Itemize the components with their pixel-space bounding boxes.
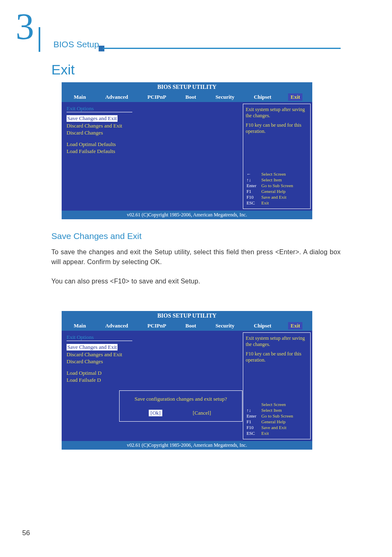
confirm-dialog: Save configuration changes and exit setu… (119, 390, 242, 422)
cancel-button[interactable]: [Cancel] (191, 410, 213, 416)
key-select-item: Select Item (261, 177, 307, 182)
help-text-1: Exit system setup after saving the chang… (246, 107, 308, 119)
key-help-table: Select Screen ↑↓Select Item EnterGo to S… (246, 401, 308, 436)
body-paragraph-1: To save the changes and exit the Setup u… (51, 247, 341, 267)
key-general-help: General Help (261, 189, 307, 194)
key-select-screen: Select Screen (261, 402, 307, 407)
key-enter: Enter (247, 183, 261, 188)
exit-options-heading: Exit Options (67, 105, 238, 112)
tab-security[interactable]: Security (213, 93, 237, 101)
menu-load-optimal-defaults-trunc[interactable]: Load Optimal D (67, 370, 238, 376)
tab-pcipnp[interactable]: PCIPnP (145, 93, 169, 101)
menu-save-changes-exit[interactable]: Save Changes and Exit (67, 344, 118, 350)
rule-box (99, 46, 104, 51)
ok-button[interactable]: [Ok] (149, 410, 162, 416)
bios-tab-bar: Main Advanced PCIPnP Boot Security Chips… (62, 92, 312, 102)
key-arrow-left: ← (247, 172, 261, 176)
key-save-exit: Save and Exit (261, 425, 307, 430)
menu-save-changes-exit[interactable]: Save Changes and Exit (67, 115, 118, 122)
key-esc: ESC (247, 200, 261, 205)
menu-load-failsafe-defaults[interactable]: Load Failsafe Defaults (67, 148, 238, 155)
bios-help-panel: Exit system setup after saving the chang… (243, 104, 311, 209)
menu-discard-changes[interactable]: Discard Changes (67, 358, 238, 365)
key-general-help: General Help (261, 419, 307, 424)
key-f10: F10 (247, 425, 261, 430)
key-f10: F10 (247, 195, 261, 200)
key-f1: F1 (247, 189, 261, 194)
help-text-1: Exit system setup after saving the chang… (246, 335, 308, 348)
tab-main[interactable]: Main (71, 322, 89, 330)
help-text-2: F10 key can be used for this operation. (246, 122, 308, 135)
key-exit: Exit (261, 431, 307, 436)
menu-discard-changes-exit[interactable]: Discard Changes and Exit (67, 123, 238, 129)
tab-exit[interactable]: Exit (288, 322, 302, 330)
bios-screenshot-exit-menu: BIOS SETUP UTILITY Main Advanced PCIPnP … (62, 82, 312, 216)
bios-title: BIOS SETUP UTILITY (62, 311, 312, 321)
menu-load-failsafe-defaults-trunc[interactable]: Load Failsafe D (67, 377, 238, 383)
key-arrow-updown: ↑↓ (247, 177, 261, 182)
tab-chipset[interactable]: Chipset (251, 322, 274, 330)
tab-advanced[interactable]: Advanced (103, 93, 131, 101)
bios-footer: v02.61 (C)Copyright 1985-2006, American … (62, 441, 312, 450)
bios-body: Exit Options Save Changes and Exit Disca… (62, 102, 312, 211)
tab-pcipnp[interactable]: PCIPnP (145, 322, 169, 330)
section-heading: Save Changes and Exit (51, 231, 141, 241)
header-label: BIOS Setup (53, 39, 99, 49)
page-title: Exit (51, 62, 75, 78)
menu-divider (67, 112, 132, 112)
key-select-screen: Select Screen (261, 172, 307, 176)
key-go-sub: Go to Sub Screen (261, 183, 307, 188)
dialog-message: Save configuration changes and exit setu… (125, 396, 237, 402)
chapter-number: 3 (16, 8, 34, 45)
key-select-item: Select Item (261, 408, 307, 413)
page-number: 56 (22, 529, 30, 537)
key-save-exit: Save and Exit (261, 195, 307, 200)
help-text-2: F10 key can be used for this operation. (246, 351, 308, 363)
tab-chipset[interactable]: Chipset (251, 93, 274, 101)
key-enter: Enter (247, 413, 261, 418)
tab-advanced[interactable]: Advanced (103, 322, 131, 330)
bios-menu-panel: Exit Options Save Changes and Exit Disca… (62, 331, 243, 441)
tab-main[interactable]: Main (71, 93, 89, 101)
bios-body: Exit Options Save Changes and Exit Disca… (62, 331, 312, 441)
bios-help-panel: Exit system setup after saving the chang… (243, 332, 311, 439)
bios-footer: v02.61 (C)Copyright 1985-2006, American … (62, 211, 312, 219)
key-help-table: ←Select Screen ↑↓Select Item EnterGo to … (246, 171, 308, 206)
exit-options-heading: Exit Options (67, 334, 238, 341)
bios-title: BIOS SETUP UTILITY (62, 82, 312, 92)
body-paragraph-2: You can also press <F10> to save and exi… (51, 276, 341, 286)
bios-tab-bar: Main Advanced PCIPnP Boot Security Chips… (62, 321, 312, 331)
tab-boot[interactable]: Boot (183, 322, 198, 330)
key-exit: Exit (261, 200, 307, 205)
key-f1: F1 (247, 419, 261, 424)
bios-screenshot-save-dialog: BIOS SETUP UTILITY Main Advanced PCIPnP … (62, 311, 312, 447)
tab-exit[interactable]: Exit (288, 93, 302, 101)
key-esc: ESC (247, 431, 261, 436)
menu-discard-changes-exit[interactable]: Discard Changes and Exit (67, 351, 238, 358)
key-arrow-updown: ↑↓ (247, 408, 261, 413)
tab-security[interactable]: Security (213, 322, 237, 330)
bios-menu-panel: Exit Options Save Changes and Exit Disca… (62, 102, 243, 211)
dialog-button-row: [Ok] [Cancel] (125, 410, 237, 416)
menu-divider (67, 341, 132, 341)
key-go-sub: Go to Sub Screen (261, 413, 307, 418)
menu-discard-changes[interactable]: Discard Changes (67, 130, 238, 136)
menu-load-optimal-defaults[interactable]: Load Optimal Defaults (67, 141, 238, 148)
tab-boot[interactable]: Boot (183, 93, 198, 101)
